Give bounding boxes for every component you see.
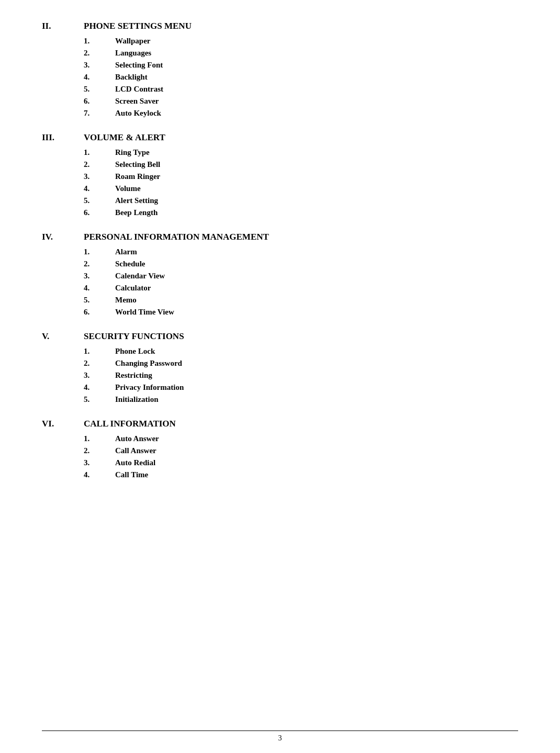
item-label: World Time View (115, 308, 174, 317)
section-vi-items: 1.Auto Answer2.Call Answer3.Auto Redial4… (84, 434, 518, 479)
list-item: 4.Volume (84, 184, 518, 193)
section-ii-header: II.PHONE SETTINGS MENU (42, 21, 518, 31)
item-number: 5. (84, 395, 115, 404)
item-number: 1. (84, 347, 115, 356)
section-ii-items: 1.Wallpaper2.Languages3.Selecting Font4.… (84, 37, 518, 118)
section-vi-title: CALL INFORMATION (84, 419, 176, 429)
list-item: 2.Languages (84, 49, 518, 58)
item-label: Privacy Information (115, 383, 184, 392)
item-number: 4. (84, 284, 115, 293)
item-label: Call Time (115, 470, 148, 479)
list-item: 6.Screen Saver (84, 97, 518, 106)
list-item: 5.Memo (84, 296, 518, 305)
section-iv-num: IV. (42, 232, 84, 242)
sections-container: II.PHONE SETTINGS MENU1.Wallpaper2.Langu… (42, 21, 518, 479)
section-vi: VI.CALL INFORMATION1.Auto Answer2.Call A… (42, 419, 518, 479)
section-v: V.SECURITY FUNCTIONS1.Phone Lock2.Changi… (42, 331, 518, 404)
section-iii-title: VOLUME & ALERT (84, 132, 165, 143)
list-item: 3.Restricting (84, 371, 518, 380)
item-label: Backlight (115, 73, 148, 82)
item-number: 4. (84, 184, 115, 193)
item-number: 2. (84, 446, 115, 455)
item-number: 6. (84, 208, 115, 217)
item-label: Selecting Bell (115, 160, 160, 169)
item-number: 3. (84, 371, 115, 380)
list-item: 3.Selecting Font (84, 61, 518, 70)
item-number: 3. (84, 458, 115, 467)
item-label: Changing Password (115, 359, 182, 368)
section-iv: IV.PERSONAL INFORMATION MANAGEMENT1.Alar… (42, 232, 518, 317)
item-label: Auto Redial (115, 458, 155, 467)
item-label: Memo (115, 296, 137, 305)
list-item: 5.Alert Setting (84, 196, 518, 205)
item-label: Alert Setting (115, 196, 158, 205)
list-item: 1.Phone Lock (84, 347, 518, 356)
item-number: 1. (84, 148, 115, 157)
section-v-num: V. (42, 331, 84, 342)
list-item: 2.Call Answer (84, 446, 518, 455)
list-item: 5.Initialization (84, 395, 518, 404)
list-item: 4.Backlight (84, 73, 518, 82)
section-v-title: SECURITY FUNCTIONS (84, 331, 184, 342)
section-ii-title: PHONE SETTINGS MENU (84, 21, 192, 31)
section-vi-header: VI.CALL INFORMATION (42, 419, 518, 429)
item-label: Alarm (115, 248, 137, 256)
item-label: Beep Length (115, 208, 158, 217)
list-item: 3.Auto Redial (84, 458, 518, 467)
item-number: 3. (84, 172, 115, 181)
item-number: 1. (84, 37, 115, 46)
item-number: 5. (84, 196, 115, 205)
page-container: II.PHONE SETTINGS MENU1.Wallpaper2.Langu… (0, 0, 560, 753)
item-label: Selecting Font (115, 61, 163, 70)
section-iii-header: III.VOLUME & ALERT (42, 132, 518, 143)
section-ii-num: II. (42, 21, 84, 31)
item-label: Roam Ringer (115, 172, 160, 181)
item-label: Auto Answer (115, 434, 159, 443)
section-ii: II.PHONE SETTINGS MENU1.Wallpaper2.Langu… (42, 21, 518, 118)
section-iv-header: IV.PERSONAL INFORMATION MANAGEMENT (42, 232, 518, 242)
item-number: 3. (84, 61, 115, 70)
section-v-items: 1.Phone Lock2.Changing Password3.Restric… (84, 347, 518, 404)
list-item: 6.World Time View (84, 308, 518, 317)
section-iii-num: III. (42, 132, 84, 143)
item-label: Schedule (115, 260, 145, 268)
item-number: 4. (84, 383, 115, 392)
item-number: 1. (84, 248, 115, 256)
item-label: Initialization (115, 395, 159, 404)
item-number: 1. (84, 434, 115, 443)
list-item: 3.Calendar View (84, 272, 518, 280)
list-item: 5.LCD Contrast (84, 85, 518, 94)
list-item: 1.Wallpaper (84, 37, 518, 46)
item-number: 4. (84, 470, 115, 479)
page-number: 3 (278, 734, 282, 742)
list-item: 2.Changing Password (84, 359, 518, 368)
list-item: 4.Privacy Information (84, 383, 518, 392)
item-label: Auto Keylock (115, 109, 161, 118)
item-number: 2. (84, 260, 115, 268)
section-iii: III.VOLUME & ALERT1.Ring Type2.Selecting… (42, 132, 518, 217)
item-number: 4. (84, 73, 115, 82)
item-number: 2. (84, 49, 115, 58)
item-number: 3. (84, 272, 115, 280)
item-label: Volume (115, 184, 141, 193)
list-item: 2.Selecting Bell (84, 160, 518, 169)
item-label: Calculator (115, 284, 151, 293)
list-item: 3.Roam Ringer (84, 172, 518, 181)
item-number: 5. (84, 85, 115, 94)
item-label: Languages (115, 49, 151, 58)
item-number: 5. (84, 296, 115, 305)
section-iv-title: PERSONAL INFORMATION MANAGEMENT (84, 232, 269, 242)
item-number: 6. (84, 308, 115, 317)
item-number: 7. (84, 109, 115, 118)
item-number: 2. (84, 359, 115, 368)
section-vi-num: VI. (42, 419, 84, 429)
item-label: Wallpaper (115, 37, 151, 46)
item-label: Ring Type (115, 148, 150, 157)
list-item: 7.Auto Keylock (84, 109, 518, 118)
list-item: 1.Auto Answer (84, 434, 518, 443)
section-v-header: V.SECURITY FUNCTIONS (42, 331, 518, 342)
list-item: 4.Calculator (84, 284, 518, 293)
item-label: Restricting (115, 371, 152, 380)
section-iv-items: 1.Alarm2.Schedule3.Calendar View4.Calcul… (84, 248, 518, 317)
list-item: 4.Call Time (84, 470, 518, 479)
